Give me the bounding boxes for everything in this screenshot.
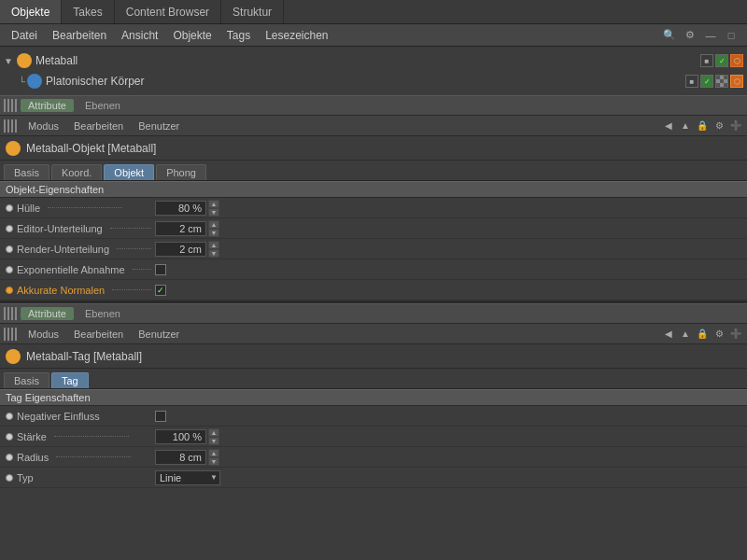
prop-label-negeinf: Negativer Einfluss [6, 411, 155, 422]
prop-dot-render [6, 245, 13, 253]
tab-content-browser[interactable]: Content Browser [115, 0, 221, 23]
gear-icon-2[interactable]: ⚙ [712, 327, 726, 342]
prop-row-editor: Editor-Unterteilung ▲ ▼ [0, 218, 747, 239]
menu-datei[interactable]: Datei [4, 24, 45, 46]
spin-down-radius[interactable]: ▼ [208, 457, 219, 466]
sub-icons-2: ◀ ▲ 🔒 ⚙ ➕ [661, 327, 743, 342]
spin-up-editor[interactable]: ▲ [208, 220, 219, 229]
prop-row-staerke: Stärke ▲ ▼ [0, 427, 747, 447]
menu-bearbeiten[interactable]: Bearbeiten [45, 24, 114, 46]
sub-stripe-1 [4, 119, 17, 133]
spin-up-staerke[interactable]: ▲ [208, 428, 219, 437]
tab-takes[interactable]: Takes [62, 0, 114, 23]
dotted-staerke [54, 436, 129, 437]
sub-bearbeiten-2[interactable]: Bearbeiten [66, 329, 131, 340]
spin-up-huelle[interactable]: ▲ [208, 200, 219, 208]
prop-input-staerke[interactable] [155, 429, 206, 444]
prop-dot-typ [6, 474, 13, 482]
tag-vis2: ■ [685, 75, 698, 88]
nav-left-2[interactable]: ◀ [661, 327, 676, 342]
minimize-icon[interactable]: — [702, 27, 719, 44]
menu-objekte[interactable]: Objekte [165, 24, 218, 46]
menu-bar: Datei Bearbeiten Ansicht Objekte Tags Le… [0, 24, 747, 47]
tab-objekt-1[interactable]: Objekt [104, 164, 154, 180]
tab-basis-1[interactable]: Basis [4, 164, 49, 180]
prop-label-radius: Radius [6, 452, 155, 463]
prop-select-typ[interactable]: Linie Quadrat Kubisch [155, 470, 220, 485]
options-icon[interactable]: ⚙ [682, 27, 698, 44]
sub-bearbeiten-1[interactable]: Bearbeiten [66, 120, 131, 132]
spin-down-huelle[interactable]: ▼ [208, 208, 219, 217]
section-tab-ebenen-1[interactable]: Ebenen [78, 99, 128, 112]
prop-checkbox-negeinf[interactable] [155, 411, 166, 422]
prop-name-expo: Exponentielle Abnahme [17, 264, 125, 275]
menu-tags[interactable]: Tags [219, 24, 258, 46]
spin-down-render[interactable]: ▼ [208, 249, 219, 258]
nav-left-1[interactable]: ◀ [661, 119, 676, 133]
select-wrapper-typ: Linie Quadrat Kubisch ▼ [155, 470, 220, 485]
section-tab-ebenen-2[interactable]: Ebenen [78, 307, 128, 320]
spin-up-radius[interactable]: ▲ [208, 449, 219, 457]
prop-value-typ: Linie Quadrat Kubisch ▼ [155, 470, 220, 485]
spin-up-render[interactable]: ▲ [208, 241, 219, 249]
platonisch-name: Platonischer Körper [46, 75, 685, 88]
prop-input-render[interactable] [155, 242, 206, 257]
object-list: ▼ Metaball ■ ✓ ⬡ └ Platonischer Körper ■… [0, 47, 747, 95]
object-row-platonisch[interactable]: └ Platonischer Körper ■ ✓ ⬡ [0, 71, 747, 91]
maximize-icon[interactable]: □ [723, 27, 740, 44]
prop-dot-expo [6, 266, 13, 273]
prop-value-normalen [155, 285, 166, 296]
stripe-icon-2 [4, 307, 17, 320]
obj-label-text-2: Metaball-Tag [Metaball] [26, 350, 142, 363]
prop-input-editor[interactable] [155, 221, 206, 236]
add-icon-2[interactable]: ➕ [728, 327, 743, 342]
prop-value-staerke: ▲ ▼ [155, 428, 219, 445]
menu-lesezeichen[interactable]: Lesezeichen [258, 24, 335, 46]
sub-modus-2[interactable]: Modus [21, 329, 66, 340]
prop-label-typ: Typ [6, 472, 155, 483]
section-tab-attribute-2[interactable]: Attribute [21, 307, 74, 320]
metaball-name: Metaball [35, 54, 700, 67]
tab-basis-2[interactable]: Basis [4, 372, 49, 388]
gear-icon-1[interactable]: ⚙ [712, 119, 726, 133]
object-row-metaball[interactable]: ▼ Metaball ■ ✓ ⬡ [0, 50, 747, 71]
prop-value-radius: ▲ ▼ [155, 449, 219, 466]
search-icon[interactable]: 🔍 [661, 27, 678, 44]
prop-name-normalen: Akkurate Normalen [17, 285, 105, 296]
prop-checkbox-expo[interactable] [155, 264, 166, 275]
tag-checker [715, 75, 728, 88]
prop-dot-radius [6, 454, 13, 461]
prop-checkbox-normalen[interactable] [155, 285, 166, 296]
spin-down-staerke[interactable]: ▼ [208, 437, 219, 445]
obj-label-row-1: Metaball-Objekt [Metaball] [0, 136, 747, 161]
obj-label-icon-1 [6, 141, 21, 156]
menu-ansicht[interactable]: Ansicht [114, 24, 165, 46]
sub-benutzer-2[interactable]: Benutzer [131, 329, 187, 340]
prop-spinner-editor: ▲ ▼ [208, 220, 219, 237]
attribute-panel-2: Attribute Ebenen Modus Bearbeiten Benutz… [0, 303, 747, 488]
nav-up-1[interactable]: ▲ [678, 119, 693, 133]
spin-down-editor[interactable]: ▼ [208, 229, 219, 237]
tab-phong-1[interactable]: Phong [156, 164, 206, 180]
add-icon-1[interactable]: ➕ [728, 119, 743, 133]
tab-struktur[interactable]: Struktur [221, 0, 284, 23]
sub-toolbar-1: Modus Bearbeiten Benutzer ◀ ▲ 🔒 ⚙ ➕ [0, 116, 747, 136]
section-tab-attribute-1[interactable]: Attribute [21, 99, 74, 112]
prop-input-radius[interactable] [155, 450, 206, 465]
prop-spinner-radius: ▲ ▼ [208, 449, 219, 466]
sub-benutzer-1[interactable]: Benutzer [131, 120, 187, 132]
lock-icon-1[interactable]: 🔒 [695, 119, 710, 133]
sub-toolbar-2: Modus Bearbeiten Benutzer ◀ ▲ 🔒 ⚙ ➕ [0, 324, 747, 344]
nav-up-2[interactable]: ▲ [678, 327, 693, 342]
section-header-1: Attribute Ebenen [0, 95, 747, 116]
prop-name-huelle: Hülle [17, 203, 40, 214]
tab-tag-2[interactable]: Tag [51, 372, 89, 388]
tab-objekte[interactable]: Objekte [0, 0, 62, 23]
prop-label-staerke: Stärke [6, 431, 155, 442]
sub-stripe-2 [4, 328, 17, 341]
sub-modus-1[interactable]: Modus [21, 120, 66, 132]
tab-koord-1[interactable]: Koord. [51, 164, 102, 180]
prop-input-huelle[interactable] [155, 201, 206, 216]
lock-icon-2[interactable]: 🔒 [695, 327, 710, 342]
prop-row-radius: Radius ▲ ▼ [0, 447, 747, 468]
